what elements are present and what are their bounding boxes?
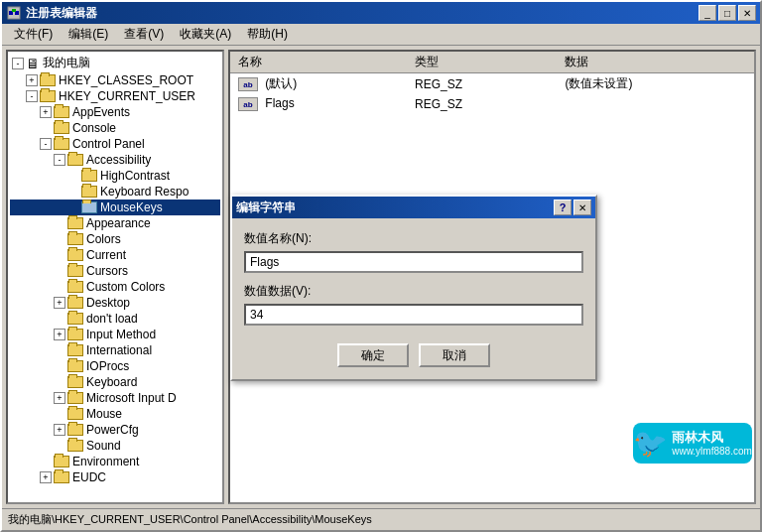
- tree-node-powercfg[interactable]: + PowerCfg: [10, 422, 220, 438]
- folder-icon-international: [67, 344, 83, 356]
- folder-icon-environment: [54, 456, 69, 467]
- folder-icon-current: [67, 249, 83, 261]
- menu-help[interactable]: 帮助(H): [239, 24, 296, 45]
- folder-icon-mousekeys: [81, 201, 97, 213]
- tree-node-highcontrast[interactable]: HighContrast: [10, 168, 220, 184]
- tree-label-inputmethod: Input Method: [86, 328, 156, 341]
- tree-node-mousekeys[interactable]: MouseKeys: [10, 200, 220, 215]
- folder-icon-hkcr: [40, 74, 56, 86]
- tree-node-cursors[interactable]: Cursors: [10, 263, 220, 279]
- expander-desktop[interactable]: +: [54, 297, 65, 309]
- tree-node-eudc[interactable]: + EUDC: [10, 469, 220, 485]
- col-header-type: 类型: [407, 52, 557, 73]
- watermark-brand: 雨林木风: [672, 430, 752, 446]
- folder-icon-cursors: [67, 265, 83, 277]
- tree-node-sound[interactable]: Sound: [10, 438, 220, 454]
- row-type-default: REG_SZ: [407, 73, 557, 95]
- data-input[interactable]: [244, 304, 583, 326]
- expander-powercfg[interactable]: +: [54, 424, 65, 436]
- col-header-name: 名称: [230, 52, 407, 73]
- tree-node-appearance[interactable]: Appearance: [10, 215, 220, 231]
- tree-label-dontload: don't load: [86, 312, 138, 326]
- window-title: 注册表编辑器: [26, 5, 698, 22]
- expander-current: [54, 249, 65, 261]
- tree-node-keyboardresp[interactable]: Keyboard Respo: [10, 184, 220, 200]
- tree-node-international[interactable]: International: [10, 342, 220, 358]
- expander-dontload: [54, 313, 65, 325]
- tree-node-current[interactable]: Current: [10, 247, 220, 263]
- tree-node-hkcr[interactable]: + HKEY_CLASSES_ROOT: [10, 72, 220, 88]
- tree-node-keyboard[interactable]: Keyboard: [10, 374, 220, 390]
- tree-node-colors[interactable]: Colors: [10, 231, 220, 247]
- name-label: 数值名称(N):: [244, 230, 583, 247]
- tree-label-hkcr: HKEY_CLASSES_ROOT: [59, 73, 193, 87]
- expander-accessibility[interactable]: -: [54, 154, 65, 166]
- row-data-flags: [557, 94, 754, 113]
- menu-favorites[interactable]: 收藏夹(A): [172, 24, 239, 45]
- expander-keyboard: [54, 376, 65, 388]
- tree-node-accessibility[interactable]: - Accessibility: [10, 152, 220, 168]
- dialog-help-button[interactable]: ?: [554, 200, 572, 215]
- tree-label-ioprocs: IOProcs: [86, 359, 129, 373]
- folder-icon-appearance: [67, 217, 83, 229]
- expander-inputmethod[interactable]: +: [54, 329, 65, 340]
- tree-node-appevents[interactable]: + AppEvents: [10, 104, 220, 120]
- reg-icon-default: ab: [238, 77, 258, 91]
- dialog-body: 数值名称(N): 数值数据(V): 确定 取消: [232, 218, 595, 379]
- expander-mousekeys: [67, 201, 79, 213]
- expander-hkcu[interactable]: -: [26, 90, 38, 102]
- menu-file[interactable]: 文件(F): [6, 24, 61, 45]
- folder-icon-powercfg: [67, 424, 83, 436]
- row-name-flags: ab Flags: [230, 94, 407, 113]
- menu-view[interactable]: 查看(V): [116, 24, 172, 45]
- tree-node-customcolors[interactable]: Custom Colors: [10, 279, 220, 295]
- expander-hkcr[interactable]: +: [26, 74, 38, 86]
- folder-icon-eudc: [54, 471, 69, 483]
- expander-eudc[interactable]: +: [40, 471, 52, 483]
- minimize-button[interactable]: _: [698, 5, 716, 21]
- row-name-default: ab (默认): [230, 73, 407, 95]
- menu-edit[interactable]: 编辑(E): [61, 24, 116, 45]
- tree-label-eudc: EUDC: [72, 470, 106, 484]
- watermark: 🐦 雨林木风 www.ylmf888.com: [633, 423, 752, 482]
- folder-icon-mouse: [67, 408, 83, 420]
- watermark-bird-icon: 🐦: [633, 427, 668, 460]
- registry-data-table: 名称 类型 数据 ab (默认) REG_SZ (数值未设置): [230, 52, 754, 113]
- maximize-button[interactable]: □: [718, 5, 736, 21]
- tree-node-controlpanel[interactable]: - Control Panel: [10, 136, 220, 152]
- folder-icon-keyboardresp: [81, 186, 97, 198]
- ok-button[interactable]: 确定: [337, 343, 409, 367]
- expander-cursors: [54, 265, 65, 277]
- expander-msinputd[interactable]: +: [54, 392, 65, 404]
- table-row[interactable]: ab (默认) REG_SZ (数值未设置): [230, 73, 754, 95]
- tree-node-dontload[interactable]: don't load: [10, 311, 220, 327]
- tree-label-desktop: Desktop: [86, 296, 130, 310]
- expander-mouse: [54, 408, 65, 420]
- table-row[interactable]: ab Flags REG_SZ: [230, 94, 754, 113]
- tree-node-console[interactable]: Console: [10, 120, 220, 136]
- expander-keyboardresp: [67, 186, 79, 198]
- close-button[interactable]: ✕: [738, 5, 756, 21]
- registry-tree[interactable]: - 🖥 我的电脑 + HKEY_CLASSES_ROOT - HKEY_CUR: [6, 50, 224, 504]
- tree-label-powercfg: PowerCfg: [86, 423, 139, 437]
- expander-mypc[interactable]: -: [12, 58, 24, 69]
- expander-appevents[interactable]: +: [40, 106, 52, 118]
- dialog-close-button[interactable]: ✕: [573, 200, 591, 215]
- tree-label-appearance: Appearance: [86, 216, 151, 230]
- tree-node-inputmethod[interactable]: + Input Method: [10, 327, 220, 342]
- tree-node-environment[interactable]: Environment: [10, 454, 220, 469]
- expander-controlpanel[interactable]: -: [40, 138, 52, 150]
- name-input[interactable]: [244, 251, 583, 273]
- tree-node-mouse[interactable]: Mouse: [10, 406, 220, 422]
- tree-node-hkcu[interactable]: - HKEY_CURRENT_USER: [10, 88, 220, 104]
- tree-node-ioprocs[interactable]: IOProcs: [10, 358, 220, 374]
- cancel-button[interactable]: 取消: [419, 343, 490, 367]
- expander-sound: [54, 440, 65, 452]
- tree-node-desktop[interactable]: + Desktop: [10, 295, 220, 311]
- folder-icon-hkcu: [40, 90, 56, 102]
- folder-icon-controlpanel: [54, 138, 69, 150]
- tree-label-cursors: Cursors: [86, 264, 128, 278]
- tree-node-msinputd[interactable]: + Microsoft Input D: [10, 390, 220, 406]
- status-bar: 我的电脑\HKEY_CURRENT_USER\Control Panel\Acc…: [2, 508, 760, 530]
- tree-node-mypc[interactable]: - 🖥 我的电脑: [10, 54, 220, 72]
